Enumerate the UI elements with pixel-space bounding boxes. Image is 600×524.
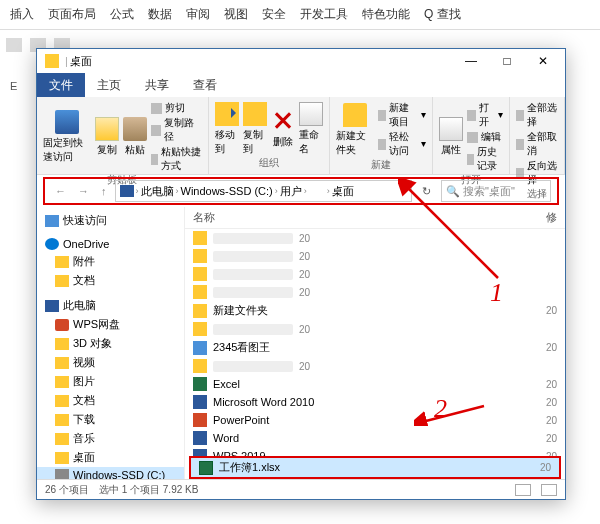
sidebar-item-attachments[interactable]: 附件: [37, 252, 184, 271]
file-name-blurred: [213, 251, 293, 262]
minimize-button[interactable]: —: [453, 49, 489, 73]
sidebar-item-3d[interactable]: 3D 对象: [37, 334, 184, 353]
file-row[interactable]: 20: [185, 283, 565, 301]
folder-icon: [193, 267, 207, 281]
open-button[interactable]: 打开▾: [467, 101, 503, 129]
file-row[interactable]: 20: [185, 229, 565, 247]
refresh-button[interactable]: ↻: [416, 185, 437, 198]
file-row[interactable]: 20: [185, 265, 565, 283]
file-date: 20: [299, 233, 310, 244]
file-row[interactable]: PowerPoint20: [185, 411, 565, 429]
tab-file[interactable]: 文件: [37, 73, 85, 98]
file-name: Microsoft Word 2010: [213, 396, 540, 408]
file-name: 2345看图王: [213, 340, 540, 355]
cut-button[interactable]: 剪切: [151, 101, 202, 115]
folder-icon: [193, 359, 207, 373]
pc-icon: [120, 185, 134, 197]
status-bar: 26 个项目 选中 1 个项目 7.92 KB: [37, 479, 565, 499]
sidebar-item-cdrive[interactable]: Windows-SSD (C:): [37, 467, 184, 479]
up-button[interactable]: ↑: [97, 185, 111, 197]
sidebar-item-downloads[interactable]: 下载: [37, 410, 184, 429]
file-date: 20: [546, 433, 557, 444]
breadcrumb[interactable]: ›此电脑 ›Windows-SSD (C:) ›用户 › ›桌面: [115, 180, 413, 202]
pin-button[interactable]: 固定到快速访问: [43, 110, 91, 164]
column-headers[interactable]: 名称 修: [185, 207, 565, 229]
file-date: 20: [299, 361, 310, 372]
move-to-button[interactable]: 移动到: [215, 102, 239, 156]
select-none-button[interactable]: 全部取消: [516, 130, 558, 158]
copy-path-button[interactable]: 复制路径: [151, 116, 202, 144]
properties-button[interactable]: 属性: [439, 117, 463, 157]
edit-button[interactable]: 编辑: [467, 130, 503, 144]
file-row[interactable]: 新建文件夹20: [185, 301, 565, 320]
view-details-button[interactable]: [515, 484, 531, 496]
copy-to-button[interactable]: 复制到: [243, 102, 267, 156]
select-all-button[interactable]: 全部选择: [516, 101, 558, 129]
back-button[interactable]: ←: [51, 185, 70, 197]
file-row[interactable]: 20: [185, 320, 565, 338]
selection-info: 选中 1 个项目 7.92 KB: [99, 483, 198, 497]
file-name-blurred: [213, 287, 293, 298]
file-date: 20: [546, 342, 557, 353]
file-row[interactable]: Word20: [185, 429, 565, 447]
xlsx-icon: [199, 461, 213, 475]
file-date: 20: [546, 379, 557, 390]
search-input[interactable]: 🔍搜索"桌面": [441, 180, 551, 202]
sidebar-item-onedrive[interactable]: OneDrive: [37, 236, 184, 252]
word-icon: [193, 449, 207, 456]
file-name-blurred: [213, 324, 293, 335]
ppt-icon: [193, 413, 207, 427]
file-row-selected[interactable]: 工作簿1.xlsx 20: [189, 456, 561, 479]
new-folder-button[interactable]: 新建文件夹: [336, 103, 375, 157]
sidebar-item-desktop[interactable]: 桌面: [37, 448, 184, 467]
sidebar-item-pictures[interactable]: 图片: [37, 372, 184, 391]
spreadsheet-column-e: E: [10, 80, 17, 92]
easy-access-button[interactable]: 轻松访问▾: [378, 130, 426, 158]
word-icon: [193, 395, 207, 409]
paste-button[interactable]: 粘贴: [123, 117, 147, 157]
delete-button[interactable]: 删除: [271, 109, 295, 149]
file-date: 20: [546, 305, 557, 316]
address-bar: ← → ↑ ›此电脑 ›Windows-SSD (C:) ›用户 › ›桌面 ↻…: [43, 177, 559, 205]
file-date: 20: [546, 397, 557, 408]
tab-home[interactable]: 主页: [85, 73, 133, 98]
folder-icon: [45, 54, 59, 68]
tab-share[interactable]: 共享: [133, 73, 181, 98]
file-row[interactable]: WPS 201920: [185, 447, 565, 456]
sidebar-item-videos[interactable]: 视频: [37, 353, 184, 372]
sidebar-item-documents2[interactable]: 文档: [37, 391, 184, 410]
history-button[interactable]: 历史记录: [467, 145, 503, 173]
close-button[interactable]: ✕: [525, 49, 561, 73]
sidebar-item-documents[interactable]: 文档: [37, 271, 184, 290]
window-title: 桌面: [70, 54, 92, 69]
folder-icon: [193, 249, 207, 263]
background-app-tabs: 插入页面布局公式数据审阅视图安全开发工具特色功能Q 查找: [0, 0, 600, 30]
excel-icon: [193, 377, 207, 391]
file-row[interactable]: Excel20: [185, 375, 565, 393]
folder-icon: [193, 285, 207, 299]
file-row[interactable]: 2345看图王20: [185, 338, 565, 357]
view-icons-button[interactable]: [541, 484, 557, 496]
titlebar[interactable]: | 桌面 — □ ✕: [37, 49, 565, 73]
paste-shortcut-button[interactable]: 粘贴快捷方式: [151, 145, 202, 173]
file-row[interactable]: 20: [185, 357, 565, 375]
sidebar-item-quick-access[interactable]: 快速访问: [37, 211, 184, 230]
ribbon: 固定到快速访问 复制 粘贴 剪切 复制路径 粘贴快捷方式 剪贴板 移动到 复制到…: [37, 97, 565, 175]
file-date: 20: [299, 269, 310, 280]
maximize-button[interactable]: □: [489, 49, 525, 73]
tab-view[interactable]: 查看: [181, 73, 229, 98]
copy-button[interactable]: 复制: [95, 117, 119, 157]
file-row[interactable]: Microsoft Word 201020: [185, 393, 565, 411]
file-list: 名称 修 20202020新建文件夹20202345看图王2020Excel20…: [185, 207, 565, 479]
folder-icon: [193, 322, 207, 336]
navigation-pane[interactable]: 快速访问 OneDrive 附件 文档 此电脑 WPS网盘 3D 对象 视频 图…: [37, 207, 185, 479]
sidebar-item-music[interactable]: 音乐: [37, 429, 184, 448]
new-item-button[interactable]: 新建项目▾: [378, 101, 426, 129]
forward-button[interactable]: →: [74, 185, 93, 197]
file-row[interactable]: 20: [185, 247, 565, 265]
annotation-number-1: 1: [490, 278, 503, 308]
sidebar-item-this-pc[interactable]: 此电脑: [37, 296, 184, 315]
sidebar-item-wps[interactable]: WPS网盘: [37, 315, 184, 334]
rename-button[interactable]: 重命名: [299, 102, 323, 156]
file-name: Excel: [213, 378, 540, 390]
